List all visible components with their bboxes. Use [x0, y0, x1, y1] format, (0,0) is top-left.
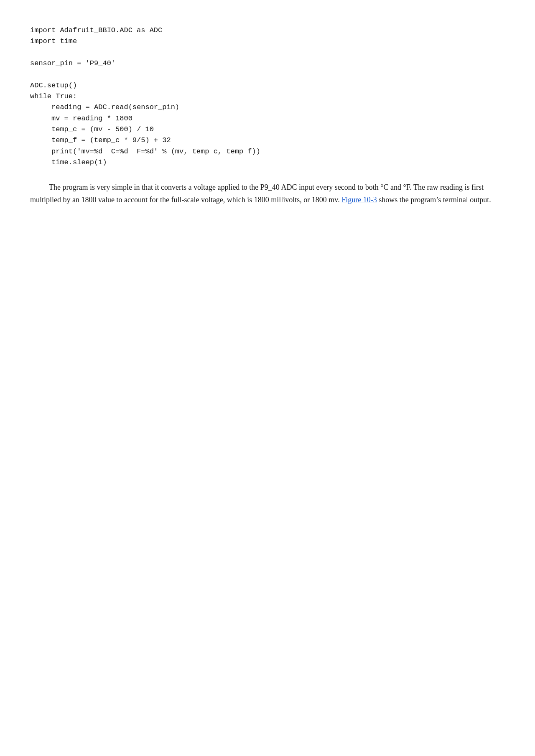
code-block: import Adafruit_BBIO.ADC as ADC import t… — [30, 25, 505, 168]
prose-paragraph: The program is very simple in that it co… — [30, 181, 505, 206]
figure-10-3-link[interactable]: Figure 10-3 — [341, 196, 377, 204]
prose-text-after-link: shows the program’s terminal output. — [377, 196, 491, 204]
